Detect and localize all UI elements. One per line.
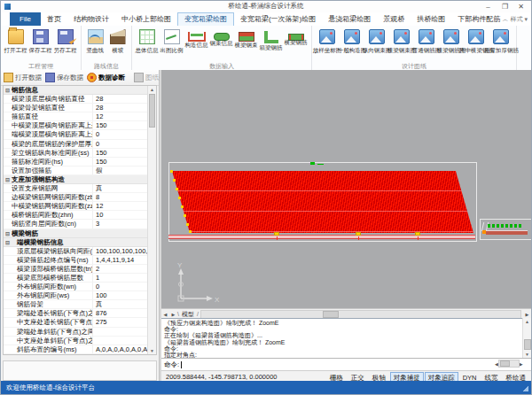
grid-row[interactable]: 中支座处通长钢筋(下弯点)之275	[4, 318, 156, 327]
drawing-icon	[419, 29, 434, 44]
property-grid-scrollbar[interactable]: ▲ ▼	[147, 86, 156, 354]
scroll-down-icon[interactable]: ▼	[523, 351, 531, 358]
grid-row[interactable]: 钢筋竖向层间距数(cn)3	[4, 220, 156, 228]
grid-row[interactable]: 斜筋布置的编号(ms)A,0,A,0,A,0,A,0,A,0,A,0,A	[4, 345, 156, 354]
grid-section-support-rebar[interactable]: ⊟支座加强钢筋构造	[4, 175, 156, 184]
grid-row[interactable]: 横梁顶部横桥钢筋层数(tn)2	[4, 265, 156, 274]
grid-row[interactable]: 横梁骨架钢筋直径28	[4, 104, 156, 112]
scrollbar-thumb[interactable]	[524, 339, 531, 350]
save-data-button[interactable]: 保存数据	[45, 73, 83, 82]
layout-coords-drawing-button[interactable]: 放样坐标图	[315, 27, 340, 56]
plot-scale-button[interactable]: 出图比例	[160, 27, 184, 56]
style-dropdown[interactable]: 样式 ▾	[511, 16, 528, 22]
open-project-button[interactable]: 打开工程	[4, 27, 28, 56]
grid-subsection-end-crossbeam[interactable]: ⊟端横梁钢筋信息	[4, 238, 156, 247]
grid-row[interactable]: 边横梁钢筋网钢筋间距数(zbn)8	[4, 193, 156, 202]
longitudinal-tendon-drawing-button[interactable]: 纵向钢束图	[364, 27, 389, 56]
ucs-axis-icon: Y X	[167, 259, 222, 307]
girder-rebar-button[interactable]: 箱梁钢筋	[259, 27, 284, 56]
scrollbar-thumb[interactable]	[500, 360, 510, 367]
grid-row[interactable]: 横梁底部横桥钢筋层数1	[4, 274, 156, 283]
tab-arch-bridge[interactable]: 拱桥绘图	[411, 12, 451, 26]
grid-row[interactable]: 横梁箍筋起终点编号(ns)1,4,4,11,9,14	[4, 256, 156, 265]
scroll-right-icon[interactable]: ▶	[523, 312, 531, 317]
crossbeam-tendon-drawing-button[interactable]: 横梁钢束图	[389, 27, 414, 56]
cantilever-thicken-rebar-button[interactable]: 悬臂加厚钢筋	[489, 27, 513, 56]
grid-row[interactable]: 中支座处单斜筋(下弯点)之间	[4, 337, 156, 345]
grid-row[interactable]: 钢筋骨架真	[4, 300, 156, 309]
grid-row[interactable]: 箍筋直径12	[4, 112, 156, 121]
annotation-mark	[310, 162, 315, 165]
grid-row[interactable]: 梁端处单斜筋(下弯点)之间距	[4, 328, 156, 337]
tendon-info-button[interactable]: 钢束信息	[209, 27, 234, 56]
tab-substructure-rebar[interactable]: 下部构件配筋	[451, 12, 506, 26]
tab-variable-width-girder[interactable]: 变宽箱梁绘图	[177, 12, 234, 26]
tab-scroll-right-icon[interactable]: ▶	[169, 312, 177, 317]
tab-landscape-bridge[interactable]: 景观桥	[377, 12, 411, 26]
general-info-button[interactable]: 总体信息	[135, 27, 160, 56]
grid-row[interactable]: 架立钢筋纵向标准间距(ss)150	[4, 149, 156, 158]
common-rebar-drawing-button[interactable]: 普通钢筋图	[414, 27, 439, 56]
open-data-button[interactable]: 打开数据	[4, 73, 42, 82]
grid-section-rebar-info[interactable]: ⊟钢筋信息	[4, 86, 156, 95]
drawing-icon	[394, 29, 410, 44]
tick-mark	[176, 188, 178, 190]
file-menu-button[interactable]: File	[10, 12, 41, 26]
scrollbar-thumb[interactable]	[323, 311, 339, 318]
minimize-button[interactable]: –	[481, 1, 496, 12]
scroll-down-icon[interactable]: ▼	[148, 347, 156, 354]
tick-mark	[181, 205, 184, 208]
vertical-curve-button[interactable]: 竖曲线	[84, 27, 106, 56]
girder-plan-drawing	[172, 171, 473, 233]
grid-row[interactable]: 横梁顶底层横向钢筋直径28	[4, 95, 156, 104]
model-tab[interactable]: 模型	[179, 310, 197, 319]
command-input[interactable]: 命令:	[161, 358, 531, 370]
grid-row[interactable]: 中横梁钢筋网钢筋间距数(zzn)12	[4, 202, 156, 211]
tab-structure-design[interactable]: 结构物设计	[67, 12, 115, 26]
data-diagnose-icon	[87, 73, 97, 82]
grid-row[interactable]: 顶底层横梁钢筋纵向间距(s)100,100,100,100,100,107.5,…	[4, 247, 156, 256]
crossbeam-rebar-button[interactable]: 横梁钢筋	[284, 27, 309, 56]
tab-small-bridge-superstructure[interactable]: 中小桥上部绘图	[115, 12, 177, 26]
general-arrangement-drawing-button[interactable]: 一般构造图	[340, 27, 364, 56]
crossbeam-tendon-button[interactable]: 横梁钢束	[234, 27, 259, 56]
grid-row[interactable]: 中横梁顶层横向钢筋距离上边缘150	[4, 121, 156, 130]
tab-cantilever-cast-girder[interactable]: 悬浇箱梁绘图	[322, 12, 377, 26]
cad-viewport[interactable]: Y X	[161, 70, 531, 308]
grid-row[interactable]: 横梁的底层钢筋的保护层厚度0	[4, 140, 156, 149]
save-project-button[interactable]: 保存工程	[28, 27, 53, 56]
grid-row[interactable]: 外布钢筋间距(ws)100	[4, 291, 156, 300]
ribbon-collapse-icon[interactable]: ︿	[503, 16, 509, 22]
tab-variable-width-girder-one-stage[interactable]: 变宽箱梁(一次落架)绘图	[234, 12, 322, 26]
tab-home[interactable]: 首页	[41, 12, 67, 26]
grid-row[interactable]: 箍筋标准间距(hs)150	[4, 158, 156, 167]
resize-grip[interactable]	[523, 386, 528, 391]
data-diagnose-button[interactable]: 数据诊断	[87, 73, 125, 82]
grid-row[interactable]: 设置加强箍筋假	[4, 167, 156, 175]
grid-row[interactable]: 梁端处通长钢筋(下弯点)之间876	[4, 309, 156, 318]
scroll-up-icon[interactable]: ▲	[148, 86, 156, 93]
save-as-project-button[interactable]: 另存工程	[53, 27, 78, 56]
grid-row[interactable]: 设置支座钢筋网真	[4, 184, 156, 193]
scrollbar-thumb[interactable]	[149, 94, 155, 128]
grid-section-crossbeam-rebar[interactable]: ⊟横梁钢筋	[4, 229, 156, 238]
grid-row[interactable]: 外布钢筋间距数(wn)0	[4, 283, 156, 291]
scroll-right-icon[interactable]: ▶	[520, 361, 523, 367]
command-input-scrollbar[interactable]: ◀ ▶	[495, 360, 530, 368]
command-history-scrollbar[interactable]: ▲ ▼	[522, 318, 531, 358]
horizontal-scrollbar[interactable]	[200, 310, 521, 319]
close-button[interactable]: ✕	[513, 1, 528, 12]
open-data-icon	[4, 73, 13, 82]
save-data-icon	[45, 73, 55, 82]
command-history[interactable]: 《预应力钢束构造图》绘制完成！ ZoomE 命令: 正在绘制《箱梁普通钢筋构造图…	[161, 318, 531, 358]
grid-row[interactable]: 横桥钢筋间距数(zhn)10	[4, 211, 156, 220]
cad-area: Y X ◀ ▶ \ 模型 / ▶ 《预应力钢束构造图》绘制完成！ ZoomE 命…	[161, 70, 531, 381]
tab-scroll-left-icon[interactable]: ◀	[161, 312, 169, 317]
ribbon-style-控件: ︿ 样式 ▾	[503, 12, 528, 26]
maximize-button[interactable]: ❐	[497, 1, 512, 12]
grid-row[interactable]: 端横梁顶层横向钢筋距离上边缘0	[4, 130, 156, 139]
scroll-up-icon[interactable]: ▲	[523, 318, 531, 325]
cross-slope-button[interactable]: 横坡	[106, 27, 129, 56]
panel-message-box	[3, 360, 157, 381]
structure-info-button[interactable]: 构造信息	[184, 27, 209, 56]
